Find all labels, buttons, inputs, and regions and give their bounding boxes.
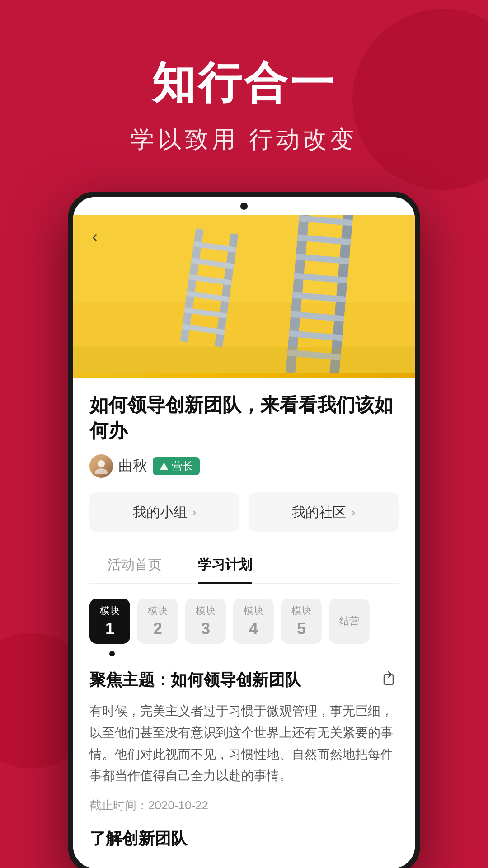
module-chip-4[interactable]: 模块 4 — [233, 599, 274, 644]
module-chip-1[interactable]: 模块 1 — [89, 599, 130, 644]
module-chip-3[interactable]: 模块 3 — [185, 599, 226, 644]
phone-mockup-wrapper: ‹ 如何领导创新团队，来看看我们该如何办 曲秋 — [0, 192, 488, 868]
author-row: 曲秋 营长 — [89, 454, 399, 478]
svg-marker-25 — [160, 462, 168, 470]
svg-point-23 — [98, 460, 105, 467]
understand-team-heading: 了解创新团队 — [89, 828, 399, 857]
author-avatar — [89, 454, 113, 478]
module-chip-2[interactable]: 模块 2 — [137, 599, 178, 644]
tabs-row: 活动首页 学习计划 — [89, 547, 399, 584]
article-image-header: ‹ — [73, 215, 415, 378]
tab-study-plan[interactable]: 学习计划 — [180, 547, 270, 583]
module-chip-5[interactable]: 模块 5 — [281, 599, 322, 644]
chevron-right-icon: › — [192, 505, 197, 519]
svg-point-24 — [95, 468, 108, 474]
svg-rect-26 — [384, 675, 393, 684]
nav-my-community-label: 我的社区 — [292, 503, 346, 522]
badge-label: 营长 — [172, 459, 193, 473]
phone-mockup: ‹ 如何领导创新团队，来看看我们该如何办 曲秋 — [68, 192, 420, 868]
badge-icon — [159, 461, 169, 471]
module-selector: 模块 1 模块 2 模块 3 模块 4 模块 5 — [89, 599, 399, 644]
hero-subtitle: 学以致用 行动改变 — [18, 124, 470, 156]
dot-indicator — [109, 651, 115, 656]
svg-rect-1 — [73, 215, 415, 303]
focus-theme-title: 聚焦主题：如何领导创新团队 — [89, 669, 301, 691]
svg-rect-22 — [73, 347, 415, 373]
hero-title: 知行合一 — [18, 54, 470, 113]
phone-camera — [240, 203, 248, 210]
author-name: 曲秋 — [118, 456, 147, 476]
article-content: 如何领导创新团队，来看看我们该如何办 曲秋 — [73, 378, 415, 868]
dot-indicator-row — [89, 651, 399, 656]
phone-top-bar — [73, 197, 415, 215]
author-badge: 营长 — [153, 457, 200, 475]
tab-activity-home[interactable]: 活动首页 — [89, 547, 180, 583]
nav-my-community-button[interactable]: 我的社区 › — [249, 492, 399, 532]
chevron-right-icon-2: › — [352, 505, 356, 519]
avatar-image — [89, 454, 113, 478]
nav-my-group-button[interactable]: 我的小组 › — [89, 492, 239, 532]
nav-buttons-row: 我的小组 › 我的社区 › — [89, 492, 399, 532]
nav-my-group-label: 我的小组 — [133, 503, 187, 522]
module-chip-end[interactable]: 结营 — [329, 599, 370, 644]
ladders-illustration — [73, 215, 415, 373]
deadline-label: 截止时间：2020-10-22 — [89, 797, 399, 813]
section-heading: 聚焦主题：如何领导创新团队 — [89, 669, 399, 691]
back-button[interactable]: ‹ — [84, 226, 106, 248]
back-arrow-icon: ‹ — [92, 229, 98, 245]
article-title: 如何领导创新团队，来看看我们该如何办 — [89, 392, 399, 443]
share-icon[interactable] — [382, 670, 399, 690]
hero-section: 知行合一 学以致用 行动改变 — [0, 0, 488, 192]
article-body-text: 有时候，完美主义者过于习惯于微观管理，事无巨细，以至他们甚至没有意识到这个世界上… — [89, 700, 399, 786]
